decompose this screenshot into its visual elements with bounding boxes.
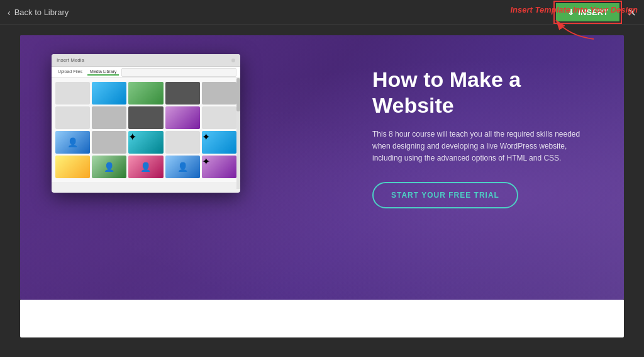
back-arrow-icon: ‹ <box>8 8 11 18</box>
hero-description: This 8 hour course will teach you all th… <box>372 128 586 165</box>
hero-content: How to Make aWebsite This 8 hour course … <box>372 67 586 208</box>
top-bar-right: ⇓ INSERT ✕ <box>556 3 636 21</box>
close-button[interactable]: ✕ <box>627 6 636 20</box>
mock-grid-cell-20: ✦ <box>202 156 236 178</box>
hero-background: Insert Media Upload Files Media Library <box>20 35 624 300</box>
mock-grid-cell-12 <box>92 131 126 154</box>
mock-grid-cell-8 <box>128 106 163 129</box>
mock-title-text: Insert Media <box>57 57 229 63</box>
mock-grid-cell-17: 👤 <box>92 156 126 178</box>
mock-grid-cell-1 <box>55 82 90 105</box>
mock-close-dot <box>231 59 235 62</box>
mock-grid-cell-14 <box>165 131 200 154</box>
mock-grid-cell-5 <box>202 82 236 105</box>
mock-grid-cell-15: ✦ <box>202 131 236 154</box>
mock-grid-cell-10 <box>202 106 236 129</box>
mock-grid-cell-19: 👤 <box>165 156 200 178</box>
mock-tab-media: Media Library <box>87 69 119 76</box>
main-preview-area: Insert Media Upload Files Media Library <box>0 25 644 357</box>
top-bar: ‹ Back to Library ⇓ INSERT ✕ <box>0 0 644 25</box>
mock-grid-cell-7 <box>92 106 126 129</box>
mock-grid-cell-18: 👤 <box>128 156 163 178</box>
mock-image-grid: 👤 ✦ ✦ 👤 👤 👤 ✦ <box>52 78 240 182</box>
mock-grid-cell-4 <box>165 82 200 105</box>
mock-grid-cell-2 <box>92 82 126 105</box>
mock-scrollbar <box>236 78 240 189</box>
mock-tab-upload: Upload Files <box>55 69 85 76</box>
hero-cta-button[interactable]: START YOUR FREE TRIAL <box>372 182 518 208</box>
hero-title: How to Make aWebsite <box>372 67 586 118</box>
mock-ui-window: Insert Media Upload Files Media Library <box>52 54 240 193</box>
mock-grid-cell-3 <box>128 82 163 105</box>
insert-icon: ⇓ <box>567 8 574 17</box>
mock-grid-cell-13: ✦ <box>128 131 163 154</box>
back-to-library-button[interactable]: ‹ Back to Library <box>8 8 69 18</box>
mock-grid-cell-11: 👤 <box>55 131 90 154</box>
back-to-library-label: Back to Library <box>14 8 69 17</box>
mock-toolbar: Upload Files Media Library <box>52 67 240 78</box>
mock-scrollbar-thumb <box>236 78 240 111</box>
mock-grid-cell-16 <box>55 156 90 178</box>
insert-label: INSERT <box>578 8 608 17</box>
insert-button[interactable]: ⇓ INSERT <box>556 3 619 21</box>
white-strip <box>20 300 624 337</box>
mock-grid-cell-9 <box>165 106 200 129</box>
mock-titlebar: Insert Media <box>52 54 240 67</box>
mock-grid-cell-6 <box>55 106 90 129</box>
mock-search-bar <box>121 68 236 77</box>
